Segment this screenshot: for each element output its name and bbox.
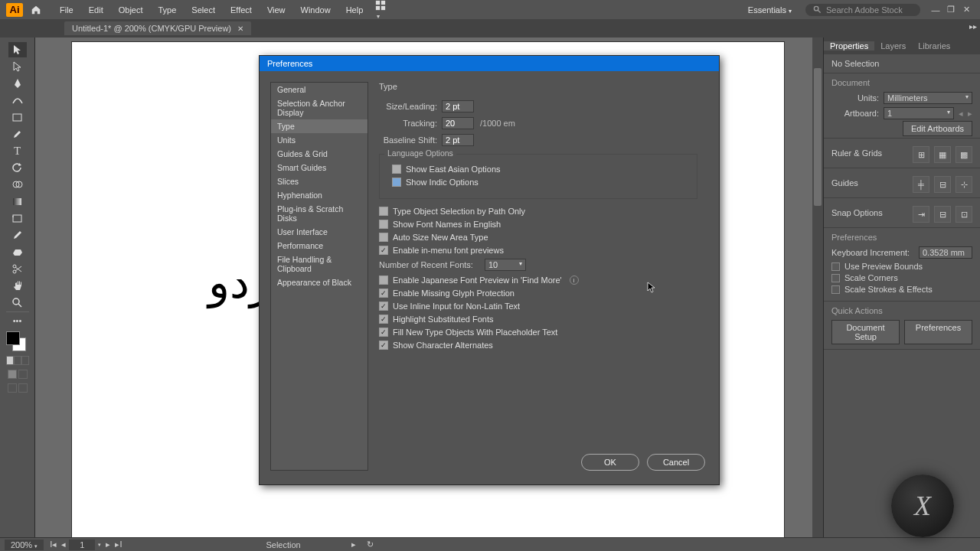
maximize-icon[interactable]: ❐ [943,5,959,15]
play-icon[interactable]: ▸ [351,540,356,549]
workspace-switcher[interactable]: Essentials ▾ [742,5,798,15]
menu-type[interactable]: Type [151,5,185,15]
preferences-button[interactable]: Preferences [904,320,972,344]
cat-guides-grid[interactable]: Guides & Grid [271,147,368,161]
gradient-tool[interactable] [8,194,27,209]
cat-general[interactable]: General [271,83,368,96]
cat-plugins[interactable]: Plug-ins & Scratch Disks [271,202,368,225]
baseline-input[interactable]: 2 pt [442,134,474,146]
tab-properties[interactable]: Properties [824,41,874,51]
highlight-sub-checkbox[interactable] [379,315,388,324]
curvature-tool[interactable] [8,93,27,108]
panel-toggle-icon[interactable]: ▸▸ [969,22,977,31]
cat-file-handling[interactable]: File Handling & Clipboard [271,253,368,276]
inmenu-preview-checkbox[interactable] [379,246,388,255]
placeholder-text-checkbox[interactable] [379,328,388,337]
pen-tool[interactable] [8,76,27,91]
ruler-icon[interactable]: ⊞ [913,146,929,163]
stock-search[interactable]: Search Adobe Stock [805,4,920,16]
tab-libraries[interactable]: Libraries [912,41,956,51]
artboard-nav[interactable]: I◂ ◂ 1 ▾ ▸ ▸I [48,540,123,550]
size-leading-input[interactable]: 2 pt [442,100,474,112]
direct-selection-tool[interactable] [8,59,27,74]
eyedropper-tool[interactable] [8,227,27,243]
first-artboard-icon[interactable]: I◂ [48,540,58,549]
home-icon[interactable] [29,3,43,17]
preview-bounds-checkbox[interactable] [831,262,840,271]
prev-artboard-icon[interactable]: ◂ [959,109,963,119]
autosize-checkbox[interactable] [379,233,388,242]
scale-corners-checkbox[interactable] [831,274,840,282]
font-english-checkbox[interactable] [379,220,388,229]
tab-close-icon[interactable]: ✕ [237,24,243,33]
menu-select[interactable]: Select [184,5,223,15]
recent-fonts-select[interactable]: 10▾ [485,259,526,271]
document-tab[interactable]: Untitled-1* @ 200% (CMYK/GPU Preview) ✕ [64,21,251,35]
minimize-icon[interactable]: — [928,5,943,15]
guides-lock-icon[interactable]: ⊟ [934,176,951,193]
path-only-checkbox[interactable] [379,207,388,216]
grid-icon[interactable]: ▦ [934,146,951,163]
shape-builder-tool[interactable] [8,177,27,192]
overlay-button[interactable]: X [891,474,954,537]
guides-show-icon[interactable]: ╪ [913,176,929,193]
reload-icon[interactable]: ↻ [367,540,374,549]
smart-guides-icon[interactable]: ⊹ [956,176,972,193]
close-icon[interactable]: ✕ [959,5,974,15]
missing-glyph-checkbox[interactable] [379,289,388,298]
jp-preview-checkbox[interactable] [379,276,388,285]
snap-pixel-icon[interactable]: ⊡ [956,206,972,223]
next-artboard-nav-icon[interactable]: ▸ [104,540,112,549]
app-logo[interactable]: Ai [6,3,23,17]
menu-help[interactable]: Help [338,5,371,15]
eraser-tool[interactable] [8,244,27,259]
cat-units[interactable]: Units [271,133,368,147]
scrollbar-vertical[interactable] [812,37,823,537]
cat-slices[interactable]: Slices [271,174,368,188]
menu-view[interactable]: View [260,5,293,15]
scale-strokes-checkbox[interactable] [831,285,840,294]
char-alternates-checkbox[interactable] [379,341,388,350]
snap-grid-icon[interactable]: ⊟ [934,206,951,223]
fill-stroke-swatch[interactable] [6,331,29,353]
menu-edit[interactable]: Edit [81,5,111,15]
menu-window[interactable]: Window [293,5,338,15]
hand-tool[interactable] [8,278,27,293]
screen-mode-2[interactable] [8,383,28,393]
info-icon[interactable]: i [570,276,579,285]
tracking-input[interactable]: 20 [442,117,474,129]
selection-tool[interactable] [8,42,27,57]
inline-input-checkbox[interactable] [379,302,388,311]
rotate-tool[interactable] [8,160,27,175]
kb-increment-input[interactable]: 0.3528 mm [919,246,972,259]
rectangle-tool[interactable] [8,109,27,125]
artboard-number[interactable]: 1 [69,540,95,550]
next-artboard-icon[interactable]: ▸ [968,109,972,119]
snap-point-icon[interactable]: ⇥ [913,206,929,223]
zoom-tool[interactable] [8,295,27,310]
document-setup-button[interactable]: Document Setup [831,320,900,344]
transparency-grid-icon[interactable]: ▩ [956,146,972,163]
artboard-select[interactable]: 1▾ [884,107,954,119]
zoom-level[interactable]: 200% ▾ [5,540,44,550]
artboard-tool[interactable] [8,210,27,226]
draw-mode[interactable] [6,356,29,365]
cat-ui[interactable]: User Interface [271,225,368,239]
windows-icon[interactable]: ▾ [375,0,386,20]
indic-checkbox[interactable] [392,178,401,187]
scissors-tool[interactable] [8,261,27,276]
menu-object[interactable]: Object [111,5,151,15]
prev-artboard-nav-icon[interactable]: ◂ [60,540,67,549]
edit-artboards-button[interactable]: Edit Artboards [903,121,972,136]
menu-file[interactable]: File [52,5,81,15]
paintbrush-tool[interactable] [8,126,27,142]
last-artboard-icon[interactable]: ▸I [113,540,123,549]
screen-mode[interactable] [8,370,28,379]
ok-button[interactable]: OK [581,454,639,471]
menu-effect[interactable]: Effect [223,5,260,15]
cancel-button[interactable]: Cancel [647,454,705,471]
cat-type[interactable]: Type [271,119,368,133]
more-tools[interactable]: ••• [6,311,29,327]
cat-hyphenation[interactable]: Hyphenation [271,188,368,202]
tab-layers[interactable]: Layers [874,41,912,51]
